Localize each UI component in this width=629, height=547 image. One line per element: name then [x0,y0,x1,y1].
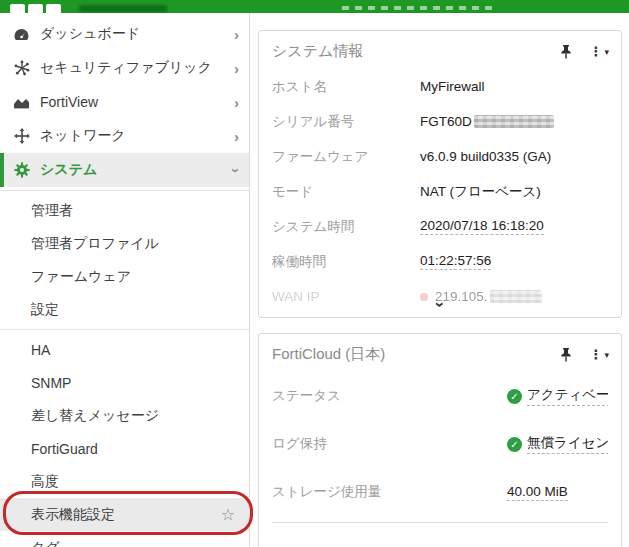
field-row-uptime: 稼働時間 01:22:57:56 [259,244,621,279]
sidebar-item-dashboard[interactable]: ダッシュボード › [0,17,249,51]
widget-menu-button[interactable]: ⋮ ▾ [589,347,609,362]
field-row-serial: シリアル番号 FGT60D [259,104,621,139]
serial-value: FGT60D [420,114,554,129]
sidebar-item-network[interactable]: ネットワーク › [0,119,249,153]
chevron-right-icon: › [234,61,239,76]
favorite-star-icon[interactable]: ☆ [221,507,235,523]
field-row-log-retention: ログ保持 ✓ 無償ライセン [259,420,621,468]
top-header-bar [0,0,629,13]
pin-icon[interactable] [560,347,572,362]
sidebar-item-label: セキュリティファブリック [40,59,234,77]
uptime-link[interactable]: 01:22:57:56 [420,253,491,270]
field-row-storage-usage: ストレージ使用量 40.00 MiB [259,468,621,516]
sidebar-subitem-tags[interactable]: タグ [0,531,249,547]
chevron-right-icon: › [234,27,239,42]
redacted-serial [474,115,554,128]
dashboard-content: システム情報 ⋮ ▾ ホスト名 MyFirewall シリアル番号 [251,13,629,547]
caret-down-icon: ▾ [604,47,609,57]
redacted-wan-ip [490,290,542,303]
mode-value: NAT (フローベース) [420,183,541,201]
check-circle-icon: ✓ [507,437,522,452]
sidebar-subitem-ha[interactable]: HA [0,333,249,366]
sidebar-subitem-admin-profiles[interactable]: 管理者プロファイル [0,227,249,260]
system-info-widget: システム情報 ⋮ ▾ ホスト名 MyFirewall シリアル番号 [258,30,622,318]
chart-icon [12,94,31,111]
chevron-right-icon: › [234,129,239,144]
forticloud-widget: FortiCloud (日本) ⋮ ▾ ステータス ✓ アクティベー [258,333,622,547]
widget-menu-button[interactable]: ⋮ ▾ [589,44,609,59]
sidebar-subitem-settings[interactable]: 設定 [0,293,249,326]
sidebar-subitem-administrators[interactable]: 管理者 [0,194,249,227]
sidebar-subitem-firmware[interactable]: ファームウェア [0,260,249,293]
hostname-value: MyFirewall [420,79,485,94]
sidebar-item-fortiview[interactable]: FortiView › [0,85,249,119]
redacted-header-text [342,6,492,10]
check-circle-icon: ✓ [507,389,522,404]
sidebar-divider [0,329,249,330]
status-dot-icon [420,293,428,301]
caret-down-icon: ▾ [604,350,609,360]
widget-title: システム情報 [272,42,560,61]
field-row-wan-ip: WAN IP 219.105. [259,279,621,314]
sidebar-item-label: ダッシュボード [40,25,234,43]
sidebar-subitem-feature-visibility[interactable]: 表示機能設定 ☆ [0,498,249,531]
widget-divider [272,522,608,523]
pin-icon[interactable] [560,44,572,59]
widget-header: システム情報 ⋮ ▾ [259,31,621,69]
ellipsis-icon: ⋮ [589,347,602,362]
scroll-down-chevron-icon[interactable]: › [432,302,449,308]
field-row-hostname: ホスト名 MyFirewall [259,69,621,104]
sidebar-subitem-fortiguard[interactable]: FortiGuard [0,432,249,465]
gear-icon [12,162,31,179]
sidebar-subitem-advanced[interactable]: 高度 [0,465,249,498]
chevron-right-icon: › [234,95,239,110]
chevron-down-icon: › [229,168,244,173]
field-row-firmware: ファームウェア v6.0.9 build0335 (GA) [259,139,621,174]
sidebar-subitem-replacement-messages[interactable]: 差し替えメッセージ [0,399,249,432]
status-link[interactable]: アクティベー [527,386,608,406]
redacted-device-name [79,5,167,12]
storage-usage-link[interactable]: 40.00 MiB [507,484,568,501]
fortinet-logo [10,4,61,13]
ellipsis-icon: ⋮ [589,44,602,59]
sidebar-divider [0,190,249,191]
sidebar-nav: ダッシュボード › セキュリティファブリック › FortiView › ネット… [0,13,250,547]
sidebar-item-label: システム [40,161,234,179]
app-window: ダッシュボード › セキュリティファブリック › FortiView › ネット… [0,0,629,547]
widget-title: FortiCloud (日本) [272,345,560,364]
sidebar-item-label: ネットワーク [40,127,234,145]
gauge-icon [12,26,31,43]
security-fabric-icon [12,60,31,77]
field-row-status: ステータス ✓ アクティベー [259,372,621,420]
sidebar-item-security-fabric[interactable]: セキュリティファブリック › [0,51,249,85]
firmware-value: v6.0.9 build0335 (GA) [420,149,551,164]
sidebar-subitem-snmp[interactable]: SNMP [0,366,249,399]
field-row-mode: モード NAT (フローベース) [259,174,621,209]
license-link[interactable]: 無償ライセン [527,434,608,454]
network-arrows-icon [12,128,31,145]
widget-header: FortiCloud (日本) ⋮ ▾ [259,334,621,372]
sidebar-item-label: FortiView [40,94,234,110]
field-row-system-time: システム時間 2020/07/18 16:18:20 [259,209,621,244]
sidebar-item-system[interactable]: システム › [0,153,249,187]
system-time-link[interactable]: 2020/07/18 16:18:20 [420,218,544,235]
